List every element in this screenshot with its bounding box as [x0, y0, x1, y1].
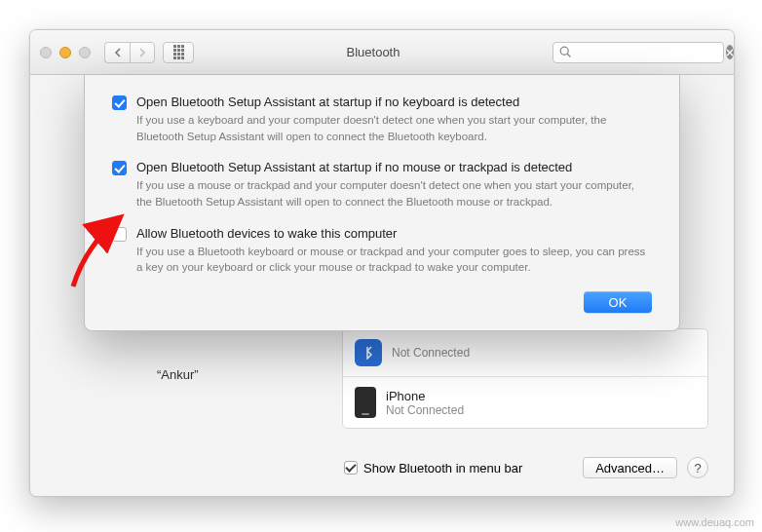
advanced-button[interactable]: Advanced… [583, 457, 677, 478]
device-generic-icon [355, 339, 382, 366]
clear-search-button[interactable] [726, 45, 734, 59]
preferences-window: Bluetooth “Ankur” Not Connected [29, 29, 735, 497]
nav-back-forward [104, 42, 155, 63]
forward-button[interactable] [130, 42, 155, 63]
option-title: Allow Bluetooth devices to wake this com… [136, 226, 652, 241]
device-status: Not Connected [386, 403, 464, 417]
watermark: www.deuaq.com [675, 516, 754, 528]
device-status: Not Connected [392, 346, 470, 360]
option-description: If you use a mouse or trackpad and your … [136, 177, 652, 209]
device-phone-icon [355, 387, 376, 418]
keyboard-assistant-checkbox[interactable] [112, 95, 127, 110]
pane-footer: Show Bluetooth in menu bar Advanced… ? [344, 457, 708, 478]
show-in-menubar-label: Show Bluetooth in menu bar [363, 461, 522, 475]
computer-bluetooth-name: “Ankur” [157, 367, 199, 382]
allow-wake-checkbox[interactable] [112, 227, 127, 242]
option-row-mouse: Open Bluetooth Setup Assistant at startu… [112, 160, 652, 217]
help-button[interactable]: ? [687, 457, 708, 478]
window-toolbar: Bluetooth [30, 30, 734, 75]
svg-line-1 [567, 54, 570, 57]
show-all-button[interactable] [163, 42, 194, 63]
search-field[interactable] [552, 42, 724, 63]
device-row[interactable]: Not Connected [343, 329, 707, 376]
minimize-window-button[interactable] [59, 47, 71, 58]
advanced-options-sheet: Open Bluetooth Setup Assistant at startu… [84, 75, 680, 331]
device-row[interactable]: iPhone Not Connected [343, 376, 707, 428]
option-description: If you use a keyboard and your computer … [136, 112, 652, 144]
device-list: Not Connected iPhone Not Connected [342, 328, 708, 429]
svg-point-0 [560, 47, 568, 55]
search-icon [559, 46, 572, 58]
search-input[interactable] [576, 46, 722, 59]
window-title: Bluetooth [202, 45, 545, 59]
window-controls [40, 47, 91, 58]
option-title: Open Bluetooth Setup Assistant at startu… [136, 95, 652, 109]
show-in-menubar-checkbox[interactable] [344, 461, 358, 475]
option-description: If you use a Bluetooth keyboard or mouse… [136, 244, 652, 276]
option-row-wake: Allow Bluetooth devices to wake this com… [112, 226, 652, 284]
close-icon [726, 49, 734, 57]
chevron-left-icon [114, 48, 122, 57]
chevron-right-icon [138, 48, 146, 57]
device-name: iPhone [386, 389, 464, 403]
zoom-window-button[interactable] [79, 47, 91, 58]
close-window-button[interactable] [40, 47, 52, 58]
option-row-keyboard: Open Bluetooth Setup Assistant at startu… [112, 95, 652, 152]
mouse-assistant-checkbox[interactable] [112, 161, 127, 175]
grid-icon [173, 45, 184, 59]
back-button[interactable] [104, 42, 130, 63]
option-title: Open Bluetooth Setup Assistant at startu… [136, 160, 652, 174]
ok-button[interactable]: OK [584, 291, 652, 313]
